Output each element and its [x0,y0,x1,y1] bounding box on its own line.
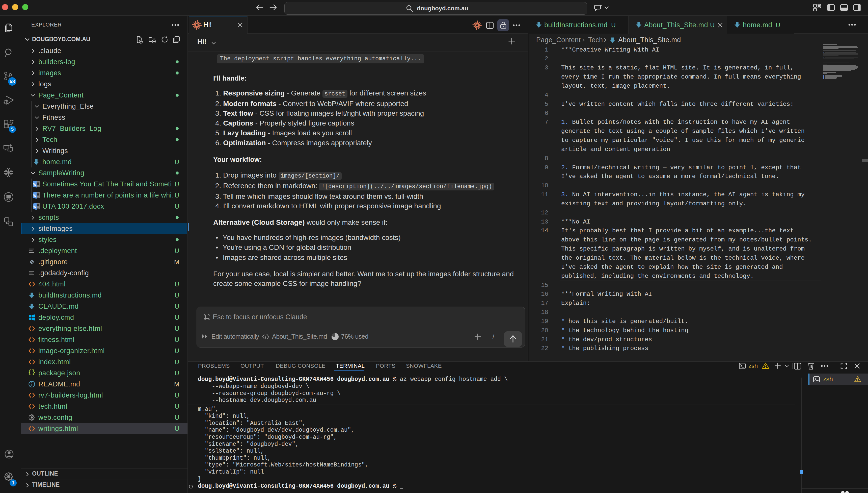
svg-text:W: W [33,194,37,197]
svg-text:W: W [33,205,37,209]
svg-text:W: W [33,183,37,186]
